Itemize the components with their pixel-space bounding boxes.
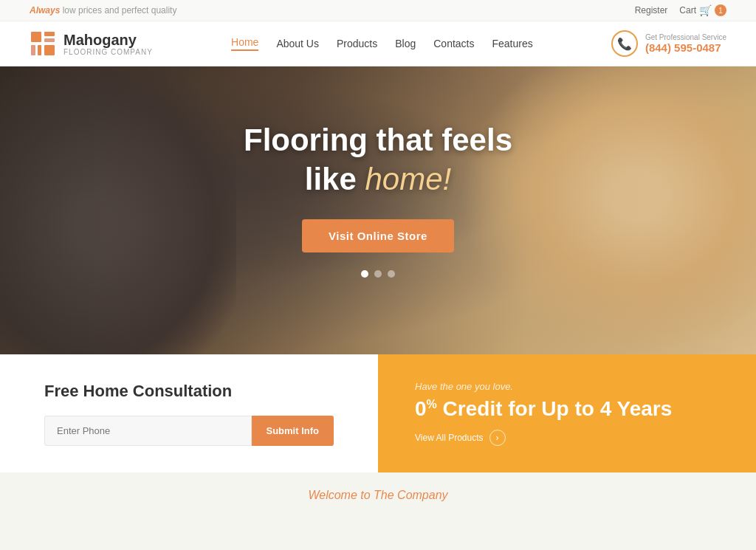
dot-3[interactable] [388,270,395,278]
logo-name: Mahogany [63,32,153,48]
nav-products[interactable]: Products [337,38,377,49]
main-nav: Home About Us Products Blog Contacts Fea… [231,36,533,51]
logo[interactable]: Mahogany Flooring company [30,30,153,57]
view-all-link[interactable]: View All Products › [415,430,719,446]
hero-title-italic: home! [365,162,451,196]
cart-badge: 1 [715,4,726,16]
svg-rect-1 [44,32,55,36]
nav-about[interactable]: About Us [276,38,319,49]
hero-section: Flooring that feels like home! Visit Onl… [0,66,756,354]
hero-title-line1: Flooring that feels [244,123,512,157]
promo-tagline: Have the one you love. [415,381,719,392]
submit-button[interactable]: Submit Info [252,416,334,446]
phone-icon: 📞 [611,30,638,57]
svg-rect-0 [31,32,41,42]
phone-input[interactable] [44,416,252,446]
svg-rect-4 [38,45,41,55]
cart-icon: 🛒 [699,4,712,16]
hero-dots [361,270,395,278]
nav-home[interactable]: Home [231,36,258,51]
logo-text: Mahogany Flooring company [63,32,153,56]
logo-icon [30,30,56,57]
input-row: Submit Info [44,416,334,446]
split-section: Free Home Consultation Submit Info Have … [0,354,756,472]
dot-2[interactable] [374,270,382,278]
cart-wrap[interactable]: Cart 🛒 1 [679,4,726,16]
promo-title-prefix: 0 [415,397,427,420]
svg-rect-5 [44,45,55,55]
promo-section: Have the one you love. 0% Credit for Up … [378,354,756,472]
phone-number[interactable]: (844) 595-0487 [645,41,721,54]
phone-text: Get Professional Service (844) 595-0487 [645,33,726,55]
logo-subtitle: Flooring company [63,48,153,56]
hero-content: Flooring that feels like home! Visit Onl… [0,66,756,354]
tagline: Always low prices and perfect quality [30,5,176,16]
nav-features[interactable]: Features [492,38,533,49]
cart-label: Cart [679,5,696,16]
svg-rect-2 [44,38,55,42]
hero-cta-button[interactable]: Visit Online Store [302,219,454,252]
top-bar: Always low prices and perfect quality Re… [0,0,756,21]
tagline-emphasis: Always [30,5,60,16]
tagline-text: low prices and perfect quality [60,5,176,16]
header: Mahogany Flooring company Home About Us … [0,21,756,66]
view-all-label: View All Products [415,433,484,443]
hero-title: Flooring that feels like home! [244,121,512,199]
nav-contacts[interactable]: Contacts [433,38,474,49]
phone-label: Get Professional Service [645,33,726,41]
phone-wrap: 📞 Get Professional Service (844) 595-048… [611,30,726,57]
welcome-section: Welcome to The Company [0,472,756,509]
register-link[interactable]: Register [635,5,668,16]
svg-rect-3 [31,45,35,55]
promo-sup: % [427,397,437,410]
dot-1[interactable] [361,270,368,278]
consultation-title: Free Home Consultation [44,382,232,401]
view-circle-icon: › [489,430,506,446]
nav-blog[interactable]: Blog [395,38,416,49]
consultation-section: Free Home Consultation Submit Info [0,354,378,472]
hero-title-line2: like [305,162,365,196]
welcome-text: Welcome to The Company [30,489,726,502]
promo-title: 0% Credit for Up to 4 Years [415,396,719,422]
promo-title-suffix: Credit for Up to 4 Years [437,397,672,420]
top-bar-right: Register Cart 🛒 1 [635,4,726,16]
